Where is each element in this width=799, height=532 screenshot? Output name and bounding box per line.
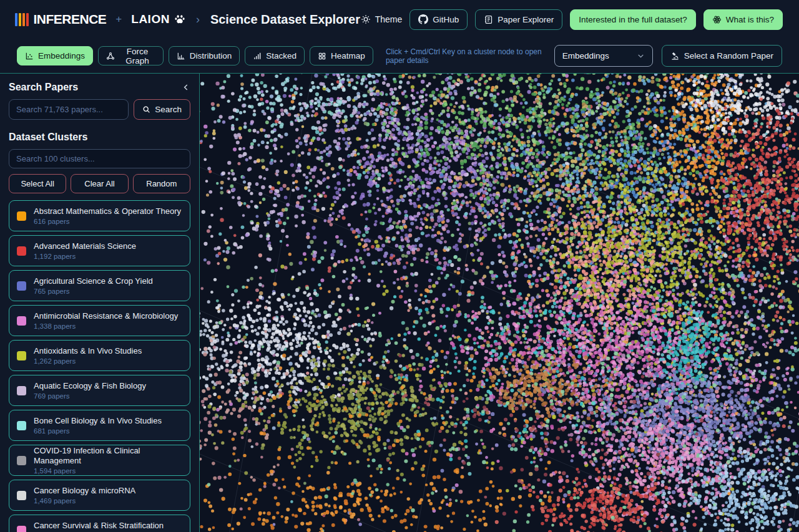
- cluster-count: 1,338 papers: [34, 322, 178, 330]
- cluster-color-swatch: [17, 491, 26, 500]
- cluster-item[interactable]: Antioxidants & In Vivo Studies 1,262 pap…: [9, 340, 190, 371]
- scatter-chart-icon: [25, 52, 34, 60]
- embeddings-plot: [200, 74, 799, 532]
- cluster-color-swatch: [17, 211, 26, 221]
- cluster-search-input[interactable]: [9, 149, 190, 168]
- cluster-item[interactable]: Advanced Materials Science 1,192 papers: [9, 235, 190, 266]
- cluster-count: 1,192 papers: [34, 253, 136, 260]
- cluster-name: Agricultural Science & Crop Yield: [34, 276, 153, 286]
- search-button-label: Search: [155, 105, 182, 114]
- github-label: GitHub: [433, 15, 459, 24]
- paw-icon: [174, 14, 185, 25]
- cluster-count: 765 papers: [34, 288, 153, 295]
- atom-icon: [712, 15, 722, 24]
- microscope-icon: [670, 51, 680, 60]
- cluster-name: Abstract Mathematics & Operator Theory: [34, 206, 181, 216]
- cluster-item[interactable]: Abstract Mathematics & Operator Theory 6…: [9, 200, 190, 231]
- cluster-name: Cancer Biology & microRNA: [34, 486, 135, 496]
- cluster-node-hint: Click + Cmd/Ctrl Key on a cluster node t…: [386, 47, 549, 65]
- cluster-name: Aquatic Ecology & Fish Biology: [34, 381, 146, 391]
- page-title: Science Dataset Explorer: [210, 12, 360, 27]
- cluster-count: 1,469 papers: [34, 497, 135, 505]
- dataset-clusters-heading: Dataset Clusters: [9, 132, 190, 143]
- grid-icon: [318, 52, 326, 60]
- theme-label: Theme: [375, 14, 403, 24]
- cluster-item[interactable]: COVID-19 Infection & Clinical Management…: [9, 445, 190, 476]
- cluster-list: Abstract Mathematics & Operator Theory 6…: [9, 200, 190, 532]
- tab-embeddings[interactable]: Embeddings: [17, 46, 93, 65]
- tab-stacked[interactable]: Stacked: [245, 46, 305, 65]
- view-toolbar: Embeddings Force Graph Distribution Stac…: [0, 39, 799, 74]
- stacked-bars-icon: [253, 52, 262, 60]
- tab-label: Stacked: [266, 51, 297, 60]
- github-button[interactable]: GitHub: [409, 9, 468, 30]
- cluster-count: 1,262 papers: [34, 357, 142, 365]
- cluster-item[interactable]: Cancer Biology & microRNA 1,469 papers: [9, 480, 190, 511]
- sidebar: Search Papers Search Dataset Clusters Se…: [0, 74, 200, 532]
- inference-logo: INFERENCE: [34, 12, 107, 27]
- bar-chart-icon: [177, 52, 185, 60]
- cluster-color-swatch: [17, 246, 26, 256]
- tab-heatmap[interactable]: Heatmap: [310, 46, 373, 65]
- select-all-label: Select All: [21, 179, 54, 188]
- cluster-item[interactable]: Aquatic Ecology & Fish Biology 769 paper…: [9, 375, 190, 406]
- app-header: INFERENCE + LAION › Science Dataset Expl…: [0, 0, 799, 39]
- cluster-name: Antioxidants & In Vivo Studies: [34, 346, 142, 356]
- cluster-color-swatch: [17, 526, 26, 532]
- clear-all-button[interactable]: Clear All: [71, 174, 128, 193]
- random-paper-button[interactable]: Select a Random Paper: [662, 45, 782, 67]
- embeddings-scatter-canvas[interactable]: [200, 74, 799, 532]
- cluster-count: 1,594 papers: [34, 467, 182, 475]
- tab-label: Distribution: [190, 51, 232, 60]
- tab-label: Force Graph: [119, 47, 155, 65]
- cluster-item[interactable]: Agricultural Science & Crop Yield 765 pa…: [9, 270, 190, 301]
- what-is-this-button[interactable]: What is this?: [703, 9, 783, 30]
- search-icon: [142, 105, 150, 114]
- cluster-color-swatch: [17, 386, 26, 395]
- cluster-name: Cancer Survival & Risk Stratification: [34, 521, 164, 531]
- laion-logo-text: LAION: [131, 12, 170, 26]
- view-mode-select[interactable]: Embeddings: [554, 45, 653, 67]
- tab-distribution[interactable]: Distribution: [169, 46, 240, 65]
- cluster-name: Bone Cell Biology & In Vivo Studies: [34, 416, 162, 426]
- cluster-item[interactable]: Bone Cell Biology & In Vivo Studies 681 …: [9, 410, 190, 441]
- paper-search-input[interactable]: [9, 99, 129, 120]
- cluster-name: COVID-19 Infection & Clinical Management: [34, 446, 182, 465]
- select-all-button[interactable]: Select All: [9, 174, 66, 193]
- clear-all-label: Clear All: [84, 179, 114, 188]
- cluster-count: 769 papers: [34, 392, 146, 400]
- full-dataset-cta-label: Interested in the full dataset?: [579, 15, 687, 24]
- tab-force-graph[interactable]: Force Graph: [98, 46, 164, 65]
- cluster-item[interactable]: Cancer Survival & Risk Stratification 44…: [9, 515, 190, 532]
- sun-icon: [361, 14, 371, 24]
- random-paper-label: Select a Random Paper: [684, 51, 773, 60]
- collapse-sidebar-icon[interactable]: [182, 83, 190, 92]
- cluster-item[interactable]: Antimicrobial Resistance & Microbiology …: [9, 305, 190, 336]
- cluster-color-swatch: [17, 456, 26, 465]
- view-mode-value: Embeddings: [562, 51, 609, 60]
- cluster-count: 616 papers: [34, 218, 181, 225]
- laion-logo: LAION: [131, 12, 185, 26]
- search-papers-heading: Search Papers: [9, 82, 78, 93]
- github-icon: [418, 14, 428, 24]
- tab-label: Heatmap: [331, 51, 365, 60]
- paper-explorer-label: Paper Explorer: [498, 15, 554, 24]
- paper-explorer-button[interactable]: Paper Explorer: [475, 9, 562, 30]
- search-button[interactable]: Search: [134, 99, 190, 120]
- journal-icon: [484, 15, 493, 24]
- random-cluster-button[interactable]: Random: [133, 174, 190, 193]
- breadcrumb-chevron: ›: [196, 13, 200, 26]
- cluster-color-swatch: [17, 316, 26, 326]
- chevron-down-icon: [637, 52, 645, 60]
- cluster-color-swatch: [17, 351, 26, 360]
- cluster-count: 681 papers: [34, 427, 162, 435]
- plus-separator: +: [115, 13, 122, 26]
- cluster-name: Antimicrobial Resistance & Microbiology: [34, 311, 178, 321]
- network-icon: [106, 52, 115, 60]
- random-label: Random: [146, 179, 177, 188]
- full-dataset-cta-button[interactable]: Interested in the full dataset?: [570, 9, 695, 30]
- what-is-this-label: What is this?: [726, 15, 774, 24]
- cluster-color-swatch: [17, 281, 26, 291]
- cluster-color-swatch: [17, 421, 26, 430]
- theme-toggle[interactable]: Theme: [361, 14, 403, 24]
